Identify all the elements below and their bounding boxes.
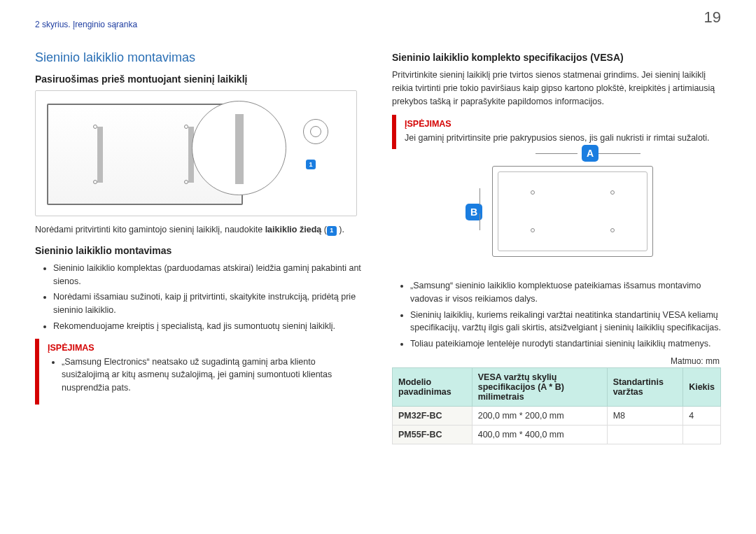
th-vesa: VESA varžtų skylių specifikacijos (A * B… xyxy=(472,367,607,406)
page-number: 19 xyxy=(704,8,721,27)
warning-box-right: ĮSPĖJIMAS Jei gaminį pritvirtinsite prie… xyxy=(392,115,721,149)
vesa-bullets: „Samsung“ sieninio laikiklio komplektuos… xyxy=(392,279,721,351)
table-header-row: Modelio pavadinimas VESA varžtų skylių s… xyxy=(393,367,721,406)
warning-text: „Samsung Electronics“ neatsako už sugadi… xyxy=(62,356,357,395)
bracket-left-illustration xyxy=(97,127,103,183)
content-columns: Sieninio laikiklio montavimas Pasiruošim… xyxy=(35,50,721,444)
mount-heading: Sieninio laikiklio montavimas xyxy=(35,245,364,256)
warning-text: Jei gaminį pritvirtinsite prie pakrypusi… xyxy=(405,132,714,145)
right-column: Sieninio laikiklio komplekto specifikaci… xyxy=(392,50,721,444)
note-paren-open: ( xyxy=(321,225,327,234)
list-item: Norėdami išsamiau sužinoti, kaip jį prit… xyxy=(53,290,364,317)
screw-hole-icon xyxy=(93,180,97,184)
vesa-spec-heading: Sieninio laikiklio komplekto specifikaci… xyxy=(392,52,721,63)
vesa-intro: Pritvirtinkite sieninį laikiklį prie tvi… xyxy=(392,69,721,108)
screw-hole-icon xyxy=(184,180,188,184)
prep-heading: Pasiruošimas prieš montuojant sieninį la… xyxy=(35,73,364,85)
th-model: Modelio pavadinimas xyxy=(393,367,472,406)
figure-holder-ring: 1 xyxy=(35,90,357,216)
warning-title: ĮSPĖJIMAS xyxy=(405,119,714,129)
cell-qty: 4 xyxy=(683,406,721,425)
warning-box-left: ĮSPĖJIMAS „Samsung Electronics“ neatsako… xyxy=(35,339,364,405)
vesa-spec-table: Modelio pavadinimas VESA varžtų skylių s… xyxy=(392,367,721,444)
holder-ring-note: Norėdami pritvirtinti kito gamintojo sie… xyxy=(35,223,364,237)
warning-body: „Samsung Electronics“ neatsako už sugadi… xyxy=(48,356,357,395)
table-row: PM55F-BC 400,0 mm * 400,0 mm xyxy=(393,425,721,444)
screw-hole-icon xyxy=(184,125,188,129)
breadcrumb[interactable]: 2 skyrius. Įrenginio sąranka xyxy=(35,20,721,29)
screw-hole-icon xyxy=(93,125,97,129)
note-strong: laikiklio žiedą xyxy=(265,225,322,234)
callout-1-badge-inline: 1 xyxy=(327,226,337,236)
list-item: Sieninių laikiklių, kuriems reikalingi v… xyxy=(410,309,721,335)
cell-screw xyxy=(607,425,683,444)
dimension-a-arrow xyxy=(536,149,640,159)
list-item: „Samsung“ sieninio laikiklio komplektuos… xyxy=(410,279,721,306)
cell-qty xyxy=(683,425,721,444)
dimension-b-arrow xyxy=(475,188,485,230)
unit-label: Matmuo: mm xyxy=(392,356,720,366)
callout-1-badge: 1 xyxy=(306,160,316,169)
left-column: Sieninio laikiklio montavimas Pasiruošim… xyxy=(35,50,364,444)
list-item: Sieninio laikiklio komplektas (parduodam… xyxy=(53,262,364,288)
section-title-left: Sieninio laikiklio montavimas xyxy=(35,50,364,65)
zoom-circle-illustration xyxy=(192,101,286,195)
vesa-panel-inner-illustration xyxy=(498,171,648,251)
table-row: PM32F-BC 200,0 mm * 200,0 mm M8 4 xyxy=(393,406,721,425)
figure-vesa-dimensions: A B xyxy=(430,153,682,272)
list-item: Rekomenduojame kreiptis į specialistą, k… xyxy=(53,320,364,333)
list-item: Toliau pateikiamoje lentelėje nurodyti s… xyxy=(410,337,721,351)
cell-model: PM32F-BC xyxy=(393,406,472,425)
note-paren-close: ). xyxy=(337,225,344,234)
note-text: Norėdami pritvirtinti kito gamintojo sie… xyxy=(35,225,265,234)
th-screw: Standartinis varžtas xyxy=(607,367,683,406)
bracket-zoom-illustration xyxy=(235,114,244,184)
holder-ring-icon xyxy=(303,119,328,144)
cell-screw: M8 xyxy=(607,406,683,425)
th-qty: Kiekis xyxy=(683,367,721,406)
mount-bullets: Sieninio laikiklio komplektas (parduodam… xyxy=(35,262,364,333)
cell-vesa: 400,0 mm * 400,0 mm xyxy=(472,425,607,444)
cell-model: PM55F-BC xyxy=(393,425,472,444)
cell-vesa: 200,0 mm * 200,0 mm xyxy=(472,406,607,425)
warning-title: ĮSPĖJIMAS xyxy=(48,343,357,353)
